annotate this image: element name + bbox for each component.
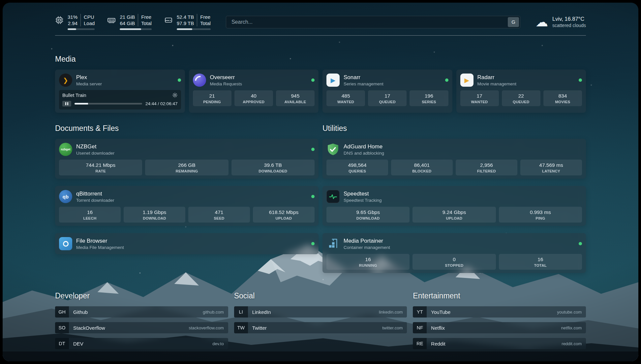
overseerr-icon — [193, 74, 206, 87]
cpu-progress-bar — [68, 28, 95, 30]
bookmark-github[interactable]: GH Github github.com — [55, 306, 228, 318]
stat-label: DOWNLOADED — [233, 169, 313, 173]
status-dot-online — [311, 78, 315, 82]
stat-label: APPROVED — [236, 100, 272, 104]
stat-label: STOPPED — [414, 263, 494, 267]
play-glyph: ▶ — [464, 76, 469, 84]
radarr-icon: ▶ — [460, 74, 473, 87]
service-name: File Browser — [76, 237, 124, 244]
search-provider-button[interactable]: G — [508, 17, 519, 27]
disk-readout: 52.4 TB 97.9 TB Free Total — [177, 14, 211, 30]
stat-value: 39.6 TB — [233, 162, 313, 168]
bookmark-abbr: NF — [413, 322, 427, 333]
card-header: ▶ Radarr Movie management — [460, 73, 582, 87]
service-card-sonarr[interactable]: ▶ Sonarr Series management 485 WANTED 17… — [322, 70, 452, 113]
service-subtitle: Media server — [76, 81, 102, 87]
stat-label: QUERIES — [328, 169, 387, 173]
card-header: nzbget NZBGet Usenet downloader — [59, 142, 315, 157]
cpu-widget: 31% 2.94 CPU Load — [55, 14, 95, 30]
portainer-crane-icon — [326, 237, 340, 250]
service-card-overseerr[interactable]: Overseerr Media Requests 21 PENDING 40 A… — [189, 70, 319, 113]
stat-downloaded: 39.6 TB DOWNLOADED — [231, 160, 315, 175]
bookmark-reddit[interactable]: RE Reddit reddit.com — [413, 338, 586, 349]
bookmark-url: dev.to — [212, 341, 228, 346]
memory-widget: 21 GiB 64 GiB Free Total — [107, 14, 152, 30]
cpu-usage-label: CPU — [84, 14, 95, 20]
bookmark-stackoverflow[interactable]: SO StackOverflow stackoverflow.com — [55, 322, 228, 333]
stat-stopped: 0 STOPPED — [412, 254, 496, 270]
bookmark-abbr: DT — [55, 338, 69, 349]
stat-row: 16 RUNNING 0 STOPPED 16 TOTAL — [326, 254, 582, 270]
stat-value: 17 — [369, 93, 405, 99]
bookmark-group-entertainment: Entertainment YT YouTube youtube.com NF … — [413, 291, 586, 349]
stat-row: 17 WANTED 22 QUEUED 834 MOVIES — [460, 90, 582, 106]
playback-controls: 24:44 / 02:06:47 — [62, 101, 178, 106]
plex-chevron-glyph: ❯ — [63, 76, 68, 84]
bookmark-group-social: Social LI LinkedIn linkedin.com TW Twitt… — [234, 291, 407, 349]
service-name: Speedtest — [344, 190, 382, 197]
cpu-usage-value: 31% — [68, 14, 77, 20]
memory-free-value: 21 GiB — [120, 14, 135, 20]
stat-value: 9.65 Gbps — [328, 209, 408, 215]
service-card-plex[interactable]: ❯ Plex Media server Bullet Train — [55, 70, 185, 113]
status-dot-online — [579, 242, 582, 245]
service-text: Radarr Movie management — [477, 74, 517, 87]
stat-label: PING — [500, 216, 581, 220]
service-card-nzbget[interactable]: nzbget NZBGet Usenet downloader 744.21 M… — [55, 139, 319, 179]
bookmarks-section: Developer GH Github github.com SO StackO… — [55, 291, 586, 349]
card-header: Speedtest Speedtest Tracking — [326, 189, 582, 204]
bookmark-rows: YT YouTube youtube.com NF Netflix netfli… — [413, 306, 586, 349]
qbittorrent-icon-text: qb — [63, 194, 69, 199]
bookmark-url: linkedin.com — [379, 310, 407, 315]
middle-sections: Documents & Files nzbget NZBGet Usenet d… — [55, 124, 586, 273]
service-name: qBittorrent — [76, 190, 114, 197]
service-card-portainer[interactable]: Media Portainer Container management 16 … — [322, 233, 586, 273]
service-text: AdGuard Home DNS and adblocking — [344, 143, 384, 156]
bookmark-label: YouTube — [427, 309, 455, 315]
service-subtitle: Usenet downloader — [76, 150, 114, 156]
stat-row: 744.21 Mbps RATE 266 GB REMAINING 39.6 T… — [59, 160, 315, 175]
card-header: AdGuard Home DNS and adblocking — [326, 142, 582, 157]
bookmark-dev[interactable]: DT DEV dev.to — [55, 338, 228, 349]
search-bar: G — [226, 16, 520, 28]
memory-icon — [107, 16, 116, 24]
stat-label: MOVIES — [545, 100, 581, 104]
bookmark-youtube[interactable]: YT YouTube youtube.com — [413, 306, 586, 318]
stat-upload: 618.52 Mbps UPLOAD — [253, 207, 315, 223]
gear-icon[interactable] — [172, 92, 178, 98]
service-card-adguard[interactable]: AdGuard Home DNS and adblocking 498,564 … — [322, 139, 586, 179]
stat-value: 471 — [190, 209, 249, 215]
weather-condition: scattered clouds — [552, 23, 586, 28]
stat-pending: 21 PENDING — [193, 90, 231, 106]
weather-location: Lviv, 16.87°C — [552, 16, 586, 22]
bookmark-url: twitter.com — [382, 325, 407, 330]
speedtest-pulse-icon — [326, 190, 340, 203]
status-dot-online — [178, 78, 181, 82]
disk-total-label: Total — [200, 20, 211, 26]
stat-row: 9.65 Gbps DOWNLOAD 9.24 Gbps UPLOAD 0.99… — [326, 207, 582, 223]
bookmark-linkedin[interactable]: LI LinkedIn linkedin.com — [234, 306, 407, 318]
weather-widget: ☁ Lviv, 16.87°C scattered clouds — [535, 16, 586, 28]
search-input[interactable] — [226, 16, 520, 28]
playback-progress-bar[interactable] — [75, 103, 142, 105]
filebrowser-ring-glyph — [63, 241, 69, 247]
stat-queries: 498,564 QUERIES — [326, 160, 388, 175]
dashboard-screen: 31% 2.94 CPU Load — [3, 3, 638, 361]
stat-seed: 471 SEED — [188, 207, 250, 223]
stat-remaining: 266 GB REMAINING — [145, 160, 228, 175]
service-card-qbittorrent[interactable]: qb qBittorrent Torrent downloader 16 LEE… — [55, 186, 319, 226]
bookmark-label: DEV — [69, 341, 88, 347]
service-name: Plex — [76, 74, 102, 81]
stat-value: 40 — [236, 93, 272, 99]
status-dot-online — [579, 78, 582, 82]
pause-button[interactable] — [62, 101, 71, 106]
cpu-readout: 31% 2.94 CPU Load — [68, 14, 95, 30]
status-dot-online — [311, 242, 315, 245]
bookmark-netflix[interactable]: NF Netflix netflix.com — [413, 322, 586, 333]
stat-value: 618.52 Mbps — [254, 209, 313, 215]
service-card-radarr[interactable]: ▶ Radarr Movie management 17 WANTED 22 Q… — [456, 70, 586, 113]
service-card-filebrowser[interactable]: File Browser Media File Management — [55, 233, 319, 254]
service-text: qBittorrent Torrent downloader — [76, 190, 114, 203]
service-card-speedtest[interactable]: Speedtest Speedtest Tracking 9.65 Gbps D… — [322, 186, 586, 226]
bookmark-twitter[interactable]: TW Twitter twitter.com — [234, 322, 407, 333]
